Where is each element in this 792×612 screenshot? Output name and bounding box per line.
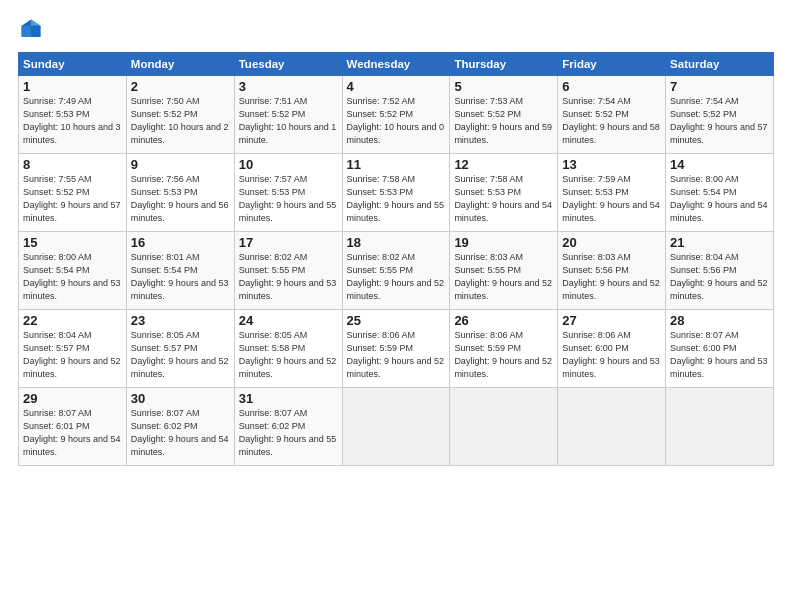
day-number: 3 bbox=[239, 79, 338, 94]
day-number: 24 bbox=[239, 313, 338, 328]
day-number: 20 bbox=[562, 235, 661, 250]
day-info: Sunrise: 7:57 AMSunset: 5:53 PMDaylight:… bbox=[239, 173, 338, 225]
header-cell-sunday: Sunday bbox=[19, 53, 127, 76]
day-number: 25 bbox=[347, 313, 446, 328]
day-info: Sunrise: 8:07 AMSunset: 6:01 PMDaylight:… bbox=[23, 407, 122, 459]
day-cell: 21Sunrise: 8:04 AMSunset: 5:56 PMDayligh… bbox=[666, 232, 774, 310]
day-cell: 11Sunrise: 7:58 AMSunset: 5:53 PMDayligh… bbox=[342, 154, 450, 232]
day-cell: 17Sunrise: 8:02 AMSunset: 5:55 PMDayligh… bbox=[234, 232, 342, 310]
day-cell: 25Sunrise: 8:06 AMSunset: 5:59 PMDayligh… bbox=[342, 310, 450, 388]
day-number: 1 bbox=[23, 79, 122, 94]
day-number: 12 bbox=[454, 157, 553, 172]
day-number: 9 bbox=[131, 157, 230, 172]
day-number: 27 bbox=[562, 313, 661, 328]
day-cell: 15Sunrise: 8:00 AMSunset: 5:54 PMDayligh… bbox=[19, 232, 127, 310]
day-number: 31 bbox=[239, 391, 338, 406]
day-cell: 31Sunrise: 8:07 AMSunset: 6:02 PMDayligh… bbox=[234, 388, 342, 466]
svg-marker-3 bbox=[22, 26, 31, 37]
day-info: Sunrise: 8:02 AMSunset: 5:55 PMDaylight:… bbox=[347, 251, 446, 303]
day-info: Sunrise: 8:07 AMSunset: 6:02 PMDaylight:… bbox=[131, 407, 230, 459]
day-number: 30 bbox=[131, 391, 230, 406]
day-cell: 7Sunrise: 7:54 AMSunset: 5:52 PMDaylight… bbox=[666, 76, 774, 154]
day-info: Sunrise: 7:54 AMSunset: 5:52 PMDaylight:… bbox=[670, 95, 769, 147]
day-number: 22 bbox=[23, 313, 122, 328]
day-number: 7 bbox=[670, 79, 769, 94]
day-info: Sunrise: 8:04 AMSunset: 5:57 PMDaylight:… bbox=[23, 329, 122, 381]
day-cell: 20Sunrise: 8:03 AMSunset: 5:56 PMDayligh… bbox=[558, 232, 666, 310]
day-info: Sunrise: 7:59 AMSunset: 5:53 PMDaylight:… bbox=[562, 173, 661, 225]
svg-marker-1 bbox=[31, 20, 40, 26]
day-info: Sunrise: 8:00 AMSunset: 5:54 PMDaylight:… bbox=[670, 173, 769, 225]
day-number: 28 bbox=[670, 313, 769, 328]
day-cell: 22Sunrise: 8:04 AMSunset: 5:57 PMDayligh… bbox=[19, 310, 127, 388]
day-number: 18 bbox=[347, 235, 446, 250]
day-info: Sunrise: 8:04 AMSunset: 5:56 PMDaylight:… bbox=[670, 251, 769, 303]
day-info: Sunrise: 7:58 AMSunset: 5:53 PMDaylight:… bbox=[454, 173, 553, 225]
day-cell: 18Sunrise: 8:02 AMSunset: 5:55 PMDayligh… bbox=[342, 232, 450, 310]
day-number: 4 bbox=[347, 79, 446, 94]
day-info: Sunrise: 8:06 AMSunset: 5:59 PMDaylight:… bbox=[347, 329, 446, 381]
week-row-2: 8Sunrise: 7:55 AMSunset: 5:52 PMDaylight… bbox=[19, 154, 774, 232]
calendar-header-row: SundayMondayTuesdayWednesdayThursdayFrid… bbox=[19, 53, 774, 76]
day-info: Sunrise: 7:49 AMSunset: 5:53 PMDaylight:… bbox=[23, 95, 122, 147]
day-number: 17 bbox=[239, 235, 338, 250]
day-info: Sunrise: 8:00 AMSunset: 5:54 PMDaylight:… bbox=[23, 251, 122, 303]
day-cell: 5Sunrise: 7:53 AMSunset: 5:52 PMDaylight… bbox=[450, 76, 558, 154]
day-info: Sunrise: 7:50 AMSunset: 5:52 PMDaylight:… bbox=[131, 95, 230, 147]
day-number: 23 bbox=[131, 313, 230, 328]
header-cell-saturday: Saturday bbox=[666, 53, 774, 76]
day-cell: 14Sunrise: 8:00 AMSunset: 5:54 PMDayligh… bbox=[666, 154, 774, 232]
day-number: 16 bbox=[131, 235, 230, 250]
day-cell: 24Sunrise: 8:05 AMSunset: 5:58 PMDayligh… bbox=[234, 310, 342, 388]
day-number: 11 bbox=[347, 157, 446, 172]
day-cell: 30Sunrise: 8:07 AMSunset: 6:02 PMDayligh… bbox=[126, 388, 234, 466]
week-row-5: 29Sunrise: 8:07 AMSunset: 6:01 PMDayligh… bbox=[19, 388, 774, 466]
day-cell: 29Sunrise: 8:07 AMSunset: 6:01 PMDayligh… bbox=[19, 388, 127, 466]
day-cell: 3Sunrise: 7:51 AMSunset: 5:52 PMDaylight… bbox=[234, 76, 342, 154]
day-number: 29 bbox=[23, 391, 122, 406]
day-number: 8 bbox=[23, 157, 122, 172]
day-cell bbox=[450, 388, 558, 466]
day-number: 10 bbox=[239, 157, 338, 172]
day-cell: 9Sunrise: 7:56 AMSunset: 5:53 PMDaylight… bbox=[126, 154, 234, 232]
day-cell: 1Sunrise: 7:49 AMSunset: 5:53 PMDaylight… bbox=[19, 76, 127, 154]
day-number: 5 bbox=[454, 79, 553, 94]
day-info: Sunrise: 8:06 AMSunset: 6:00 PMDaylight:… bbox=[562, 329, 661, 381]
day-number: 19 bbox=[454, 235, 553, 250]
day-cell bbox=[342, 388, 450, 466]
day-cell bbox=[558, 388, 666, 466]
day-info: Sunrise: 8:03 AMSunset: 5:56 PMDaylight:… bbox=[562, 251, 661, 303]
day-info: Sunrise: 8:06 AMSunset: 5:59 PMDaylight:… bbox=[454, 329, 553, 381]
day-cell: 2Sunrise: 7:50 AMSunset: 5:52 PMDaylight… bbox=[126, 76, 234, 154]
day-number: 2 bbox=[131, 79, 230, 94]
day-cell: 28Sunrise: 8:07 AMSunset: 6:00 PMDayligh… bbox=[666, 310, 774, 388]
day-info: Sunrise: 7:54 AMSunset: 5:52 PMDaylight:… bbox=[562, 95, 661, 147]
day-cell: 4Sunrise: 7:52 AMSunset: 5:52 PMDaylight… bbox=[342, 76, 450, 154]
week-row-4: 22Sunrise: 8:04 AMSunset: 5:57 PMDayligh… bbox=[19, 310, 774, 388]
day-info: Sunrise: 7:52 AMSunset: 5:52 PMDaylight:… bbox=[347, 95, 446, 147]
logo bbox=[18, 18, 42, 44]
day-info: Sunrise: 8:07 AMSunset: 6:00 PMDaylight:… bbox=[670, 329, 769, 381]
calendar-body: 1Sunrise: 7:49 AMSunset: 5:53 PMDaylight… bbox=[19, 76, 774, 466]
header-cell-wednesday: Wednesday bbox=[342, 53, 450, 76]
day-cell: 13Sunrise: 7:59 AMSunset: 5:53 PMDayligh… bbox=[558, 154, 666, 232]
week-row-1: 1Sunrise: 7:49 AMSunset: 5:53 PMDaylight… bbox=[19, 76, 774, 154]
day-cell: 27Sunrise: 8:06 AMSunset: 6:00 PMDayligh… bbox=[558, 310, 666, 388]
day-cell: 10Sunrise: 7:57 AMSunset: 5:53 PMDayligh… bbox=[234, 154, 342, 232]
day-cell bbox=[666, 388, 774, 466]
day-info: Sunrise: 8:01 AMSunset: 5:54 PMDaylight:… bbox=[131, 251, 230, 303]
logo-icon bbox=[20, 18, 42, 40]
header-cell-friday: Friday bbox=[558, 53, 666, 76]
calendar-page: SundayMondayTuesdayWednesdayThursdayFrid… bbox=[0, 0, 792, 612]
day-info: Sunrise: 8:07 AMSunset: 6:02 PMDaylight:… bbox=[239, 407, 338, 459]
day-number: 15 bbox=[23, 235, 122, 250]
header-cell-thursday: Thursday bbox=[450, 53, 558, 76]
day-cell: 23Sunrise: 8:05 AMSunset: 5:57 PMDayligh… bbox=[126, 310, 234, 388]
day-info: Sunrise: 8:03 AMSunset: 5:55 PMDaylight:… bbox=[454, 251, 553, 303]
day-info: Sunrise: 7:55 AMSunset: 5:52 PMDaylight:… bbox=[23, 173, 122, 225]
day-info: Sunrise: 7:56 AMSunset: 5:53 PMDaylight:… bbox=[131, 173, 230, 225]
calendar-table: SundayMondayTuesdayWednesdayThursdayFrid… bbox=[18, 52, 774, 466]
day-cell: 16Sunrise: 8:01 AMSunset: 5:54 PMDayligh… bbox=[126, 232, 234, 310]
day-cell: 19Sunrise: 8:03 AMSunset: 5:55 PMDayligh… bbox=[450, 232, 558, 310]
day-info: Sunrise: 7:53 AMSunset: 5:52 PMDaylight:… bbox=[454, 95, 553, 147]
